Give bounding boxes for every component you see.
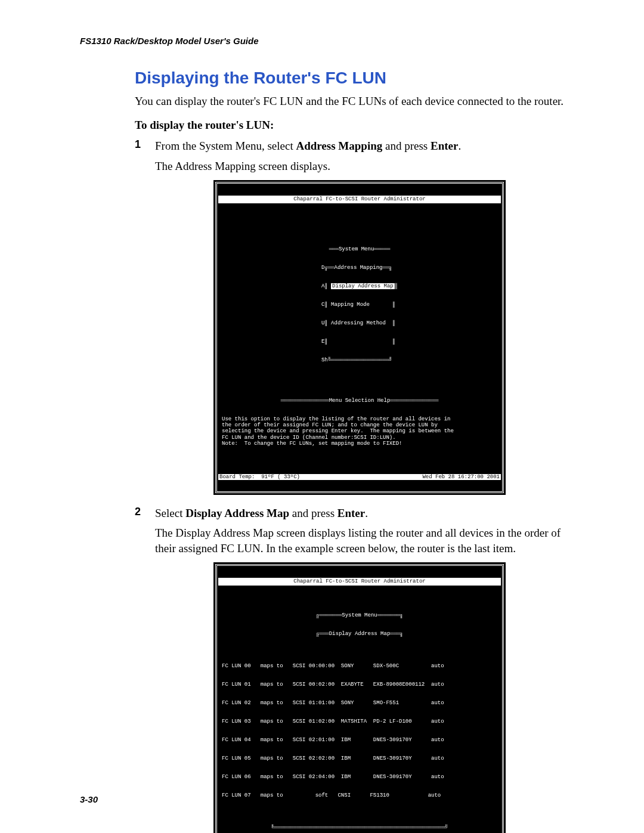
table-row: FC LUN 05 maps to SCSI 02:02:00 IBM DNES…	[222, 755, 497, 761]
term1-footer-right: Wed Feb 28 16:27:00 2001	[422, 474, 500, 480]
term2-title: Chaparral FC-to-SCSI Router Administrato…	[218, 578, 501, 585]
term2-map-title: ╔═══Display Address Map═══╗	[219, 631, 500, 637]
section-title: Displaying the Router's FC LUN	[135, 69, 564, 88]
steps-list: 1 From the System Menu, select Address M…	[135, 138, 564, 833]
term2-body: ╔═══════System Menu═══════╗ ╔═══Display …	[217, 600, 502, 833]
page: FS1310 Rack/Desktop Model User's Guide D…	[0, 0, 644, 833]
step-1-line2: The Address Mapping screen displays.	[155, 159, 564, 174]
term1-footer: Board Temp: 91ºF ( 33ºC) Wed Feb 28 16:2…	[218, 474, 501, 480]
term1-title: Chaparral FC-to-SCSI Router Administrato…	[218, 196, 501, 203]
running-header: FS1310 Rack/Desktop Model User's Guide	[80, 36, 564, 46]
content: Displaying the Router's FC LUN You can d…	[135, 69, 564, 833]
step-number: 2	[135, 506, 141, 518]
step-2: 2 Select Display Address Map and press E…	[135, 506, 564, 833]
table-row: FC LUN 06 maps to SCSI 02:04:00 IBM DNES…	[222, 774, 497, 780]
table-row: FC LUN 02 maps to SCSI 01:01:00 SONY SMO…	[222, 700, 497, 706]
term2-map-table: FC LUN 00 maps to SCSI 00:00:00 SONY SDX…	[222, 651, 497, 811]
terminal-address-mapping: Chaparral FC-to-SCSI Router Administrato…	[213, 180, 506, 495]
term1-help-body: Use this option to display the listing o…	[222, 416, 497, 447]
term1-body: ═══System Menu═════ D╔══Address Mapping═…	[217, 218, 502, 459]
table-row: FC LUN 04 maps to SCSI 02:01:00 IBM DNES…	[222, 737, 497, 743]
term2-menu-title: ╔═══════System Menu═══════╗	[219, 612, 500, 618]
table-row: FC LUN 00 maps to SCSI 00:00:00 SONY SDX…	[222, 663, 497, 669]
step-1: 1 From the System Menu, select Address M…	[135, 138, 564, 494]
table-row: FC LUN 01 maps to SCSI 00:02:00 EXABYTE …	[222, 682, 497, 688]
intro-paragraph: You can display the router's FC LUN and …	[135, 94, 564, 109]
table-row: FC LUN 07 maps to soft CNSI FS1310 auto	[222, 792, 497, 798]
term1-help-title: ═══════════════Menu Selection Help══════…	[219, 398, 500, 404]
page-number: 3-30	[80, 794, 98, 804]
term1-footer-left: Board Temp: 91ºF ( 33ºC)	[219, 474, 300, 480]
sub-heading: To display the router's LUN:	[135, 117, 564, 133]
step-1-line1: From the System Menu, select Address Map…	[155, 138, 564, 154]
step-2-line2: The Display Address Map screen displays …	[155, 525, 564, 556]
step-body: From the System Menu, select Address Map…	[155, 138, 564, 494]
table-row: FC LUN 03 maps to SCSI 01:02:00 MATSHITA…	[222, 719, 497, 724]
term1-menu: ═══System Menu═════ D╔══Address Mapping═…	[321, 234, 398, 376]
terminal-address-map: Chaparral FC-to-SCSI Router Administrato…	[213, 562, 506, 833]
step-body: Select Display Address Map and press Ent…	[155, 506, 564, 833]
step-2-line1: Select Display Address Map and press Ent…	[155, 506, 564, 521]
step-number: 1	[135, 138, 141, 151]
